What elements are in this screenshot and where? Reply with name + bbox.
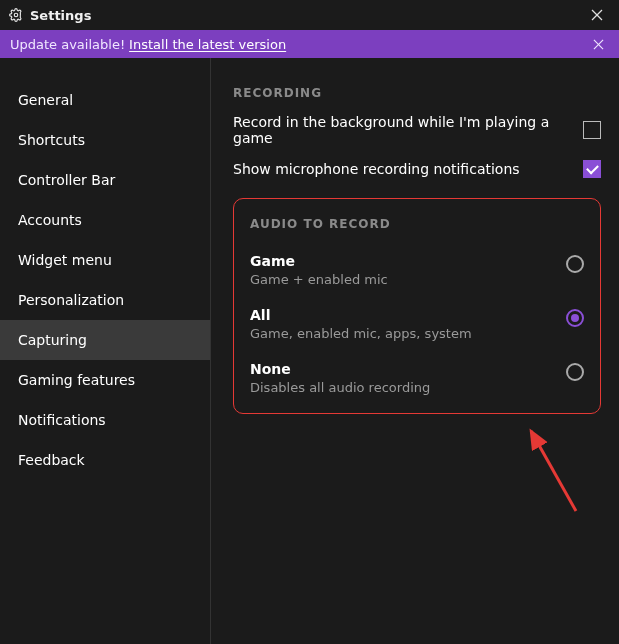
banner-install-link[interactable]: Install the latest version	[129, 37, 286, 52]
audio-option-desc: Game, enabled mic, apps, system	[250, 326, 566, 341]
record-background-label: Record in the background while I'm playi…	[233, 114, 583, 146]
audio-option-all-radio[interactable]	[566, 309, 584, 327]
titlebar: Settings	[0, 0, 619, 30]
close-icon	[591, 9, 603, 21]
banner-close-button[interactable]	[587, 33, 609, 55]
sidebar-item-label: Controller Bar	[18, 172, 115, 188]
audio-heading: AUDIO TO RECORD	[250, 217, 584, 231]
mic-notifications-row[interactable]: Show microphone recording notifications	[233, 160, 601, 178]
recording-heading: RECORDING	[233, 86, 601, 100]
banner-message: Update available!	[10, 37, 125, 52]
audio-option-desc: Game + enabled mic	[250, 272, 566, 287]
sidebar-item-controller-bar[interactable]: Controller Bar	[0, 160, 210, 200]
audio-option-none-radio[interactable]	[566, 363, 584, 381]
sidebar-item-capturing[interactable]: Capturing	[0, 320, 210, 360]
audio-option-game[interactable]: Game Game + enabled mic	[250, 245, 584, 299]
audio-option-game-radio[interactable]	[566, 255, 584, 273]
audio-option-title: All	[250, 307, 566, 323]
record-background-row[interactable]: Record in the background while I'm playi…	[233, 114, 601, 146]
content-pane: RECORDING Record in the background while…	[211, 58, 619, 644]
record-background-checkbox[interactable]	[583, 121, 601, 139]
audio-option-none[interactable]: None Disables all audio recording	[250, 353, 584, 395]
sidebar-item-label: Feedback	[18, 452, 85, 468]
mic-notifications-checkbox[interactable]	[583, 160, 601, 178]
mic-notifications-label: Show microphone recording notifications	[233, 161, 583, 177]
sidebar-item-general[interactable]: General	[0, 80, 210, 120]
sidebar-item-label: Notifications	[18, 412, 106, 428]
window-close-button[interactable]	[583, 1, 611, 29]
sidebar-item-shortcuts[interactable]: Shortcuts	[0, 120, 210, 160]
sidebar-item-feedback[interactable]: Feedback	[0, 440, 210, 480]
gear-icon	[8, 7, 24, 23]
sidebar-item-widget-menu[interactable]: Widget menu	[0, 240, 210, 280]
svg-point-0	[14, 13, 18, 17]
sidebar-item-label: Personalization	[18, 292, 124, 308]
audio-option-desc: Disables all audio recording	[250, 380, 566, 395]
sidebar-item-accounts[interactable]: Accounts	[0, 200, 210, 240]
sidebar-item-label: Shortcuts	[18, 132, 85, 148]
annotation-arrow	[521, 421, 591, 521]
sidebar-item-notifications[interactable]: Notifications	[0, 400, 210, 440]
sidebar-item-label: Capturing	[18, 332, 87, 348]
audio-to-record-section: AUDIO TO RECORD Game Game + enabled mic …	[233, 198, 601, 414]
svg-line-6	[531, 431, 576, 511]
sidebar-item-label: Widget menu	[18, 252, 112, 268]
close-icon	[593, 39, 604, 50]
sidebar-item-label: Accounts	[18, 212, 82, 228]
sidebar-item-label: Gaming features	[18, 372, 135, 388]
sidebar-item-label: General	[18, 92, 73, 108]
sidebar-item-personalization[interactable]: Personalization	[0, 280, 210, 320]
window-title: Settings	[30, 8, 91, 23]
audio-option-title: Game	[250, 253, 566, 269]
sidebar: General Shortcuts Controller Bar Account…	[0, 58, 211, 644]
audio-option-title: None	[250, 361, 566, 377]
sidebar-item-gaming-features[interactable]: Gaming features	[0, 360, 210, 400]
update-banner: Update available! Install the latest ver…	[0, 30, 619, 58]
audio-option-all[interactable]: All Game, enabled mic, apps, system	[250, 299, 584, 353]
main: General Shortcuts Controller Bar Account…	[0, 58, 619, 644]
